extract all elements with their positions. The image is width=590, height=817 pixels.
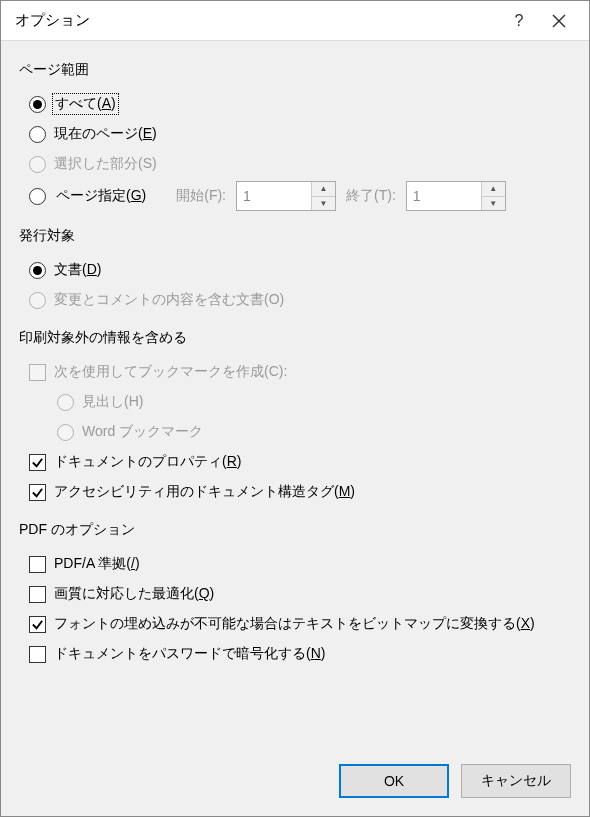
help-button[interactable]: ? <box>499 1 539 41</box>
close-icon <box>552 14 566 28</box>
radio-headings-label: 見出し(H) <box>82 393 143 411</box>
from-spinner[interactable]: ▲ ▼ <box>236 181 336 211</box>
checkbox-bookmarks <box>29 364 46 381</box>
checkbox-encrypt-label: ドキュメントをパスワードで暗号化する(N) <box>54 645 325 663</box>
to-up[interactable]: ▲ <box>482 182 505 197</box>
to-down[interactable]: ▼ <box>482 197 505 211</box>
pdf-group: PDF/A 準拠(/) 画質に対応した最適化(Q) フォントの埋め込みが不可能な… <box>19 549 571 669</box>
checkbox-docprops-row[interactable]: ドキュメントのプロパティ(R) <box>29 447 571 477</box>
close-button[interactable] <box>539 1 579 41</box>
section-publish-title: 発行対象 <box>19 227 571 245</box>
radio-pages-label: ページ指定(G) <box>56 187 146 205</box>
checkbox-docprops[interactable] <box>29 454 46 471</box>
checkbox-docprops-label: ドキュメントのプロパティ(R) <box>54 453 241 471</box>
radio-all-row[interactable]: すべて(A) <box>29 89 571 119</box>
radio-pages-row[interactable]: ページ指定(G) 開始(F): ▲ ▼ 終了(T): ▲ ▼ <box>29 179 571 213</box>
radio-current-row[interactable]: 現在のページ(E) <box>29 119 571 149</box>
checkbox-encrypt[interactable] <box>29 646 46 663</box>
ok-button[interactable]: OK <box>339 764 449 798</box>
checkbox-acctags-label: アクセシビリティ用のドキュメント構造タグ(M) <box>54 483 355 501</box>
section-page-range-title: ページ範囲 <box>19 61 571 79</box>
checkbox-pdfa[interactable] <box>29 556 46 573</box>
radio-wordbm <box>57 424 74 441</box>
from-label: 開始(F): <box>176 187 226 205</box>
content: ページ範囲 すべて(A) 現在のページ(E) 選択した部分(S) ページ指定(G… <box>1 41 589 750</box>
radio-document-label: 文書(D) <box>54 261 101 279</box>
titlebar: オプション ? <box>1 1 589 41</box>
checkbox-bitmap-row[interactable]: フォントの埋め込みが不可能な場合はテキストをビットマップに変換する(X) <box>29 609 571 639</box>
radio-pages[interactable] <box>29 188 46 205</box>
checkbox-encrypt-row[interactable]: ドキュメントをパスワードで暗号化する(N) <box>29 639 571 669</box>
radio-markup-row: 変更とコメントの内容を含む文書(O) <box>29 285 571 315</box>
publish-group: 文書(D) 変更とコメントの内容を含む文書(O) <box>19 255 571 315</box>
nonprint-group: 次を使用してブックマークを作成(C): 見出し(H) Word ブックマーク ド… <box>19 357 571 507</box>
radio-headings-row: 見出し(H) <box>29 387 571 417</box>
radio-document[interactable] <box>29 262 46 279</box>
to-spinner[interactable]: ▲ ▼ <box>406 181 506 211</box>
radio-wordbm-row: Word ブックマーク <box>29 417 571 447</box>
radio-wordbm-label: Word ブックマーク <box>82 423 203 441</box>
radio-markup <box>29 292 46 309</box>
cancel-button[interactable]: キャンセル <box>461 764 571 798</box>
radio-selection-label: 選択した部分(S) <box>54 155 157 173</box>
radio-markup-label: 変更とコメントの内容を含む文書(O) <box>54 291 284 309</box>
dialog-title: オプション <box>15 11 499 30</box>
radio-selection <box>29 156 46 173</box>
checkbox-acctags[interactable] <box>29 484 46 501</box>
checkbox-bookmarks-row: 次を使用してブックマークを作成(C): <box>29 357 571 387</box>
radio-current-label: 現在のページ(E) <box>54 125 157 143</box>
radio-headings <box>57 394 74 411</box>
from-down[interactable]: ▼ <box>312 197 335 211</box>
checkbox-optimize[interactable] <box>29 586 46 603</box>
checkbox-pdfa-row[interactable]: PDF/A 準拠(/) <box>29 549 571 579</box>
checkbox-acctags-row[interactable]: アクセシビリティ用のドキュメント構造タグ(M) <box>29 477 571 507</box>
to-label: 終了(T): <box>346 187 396 205</box>
radio-selection-row: 選択した部分(S) <box>29 149 571 179</box>
section-nonprint-title: 印刷対象外の情報を含める <box>19 329 571 347</box>
radio-current[interactable] <box>29 126 46 143</box>
footer: OK キャンセル <box>1 750 589 816</box>
checkbox-bitmap-label: フォントの埋め込みが不可能な場合はテキストをビットマップに変換する(X) <box>54 615 535 633</box>
checkbox-optimize-label: 画質に対応した最適化(Q) <box>54 585 214 603</box>
checkbox-pdfa-label: PDF/A 準拠(/) <box>54 555 140 573</box>
checkbox-bitmap[interactable] <box>29 616 46 633</box>
radio-all[interactable] <box>29 96 46 113</box>
checkbox-optimize-row[interactable]: 画質に対応した最適化(Q) <box>29 579 571 609</box>
radio-document-row[interactable]: 文書(D) <box>29 255 571 285</box>
from-input[interactable] <box>237 182 311 210</box>
radio-all-label: すべて(A) <box>54 95 117 113</box>
from-up[interactable]: ▲ <box>312 182 335 197</box>
checkbox-bookmarks-label: 次を使用してブックマークを作成(C): <box>54 363 287 381</box>
to-input[interactable] <box>407 182 481 210</box>
page-range-group: すべて(A) 現在のページ(E) 選択した部分(S) ページ指定(G) 開始(F… <box>19 89 571 213</box>
section-pdf-title: PDF のオプション <box>19 521 571 539</box>
